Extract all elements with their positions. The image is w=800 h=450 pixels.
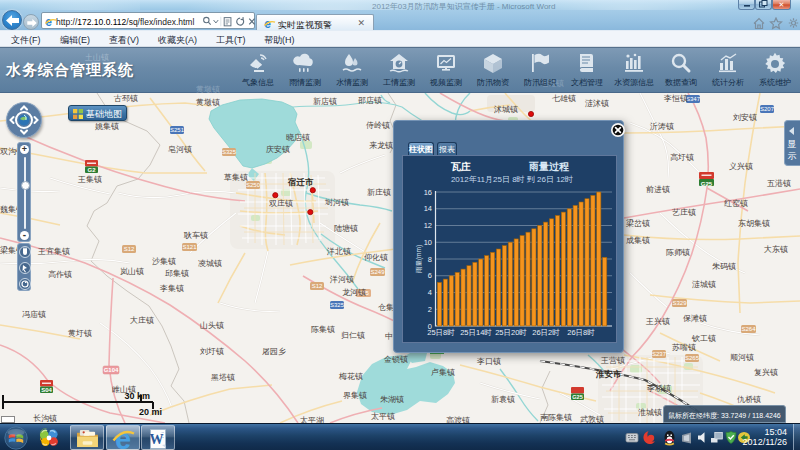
svg-text:W: W [150,432,164,447]
svg-text:S325: S325 [222,149,237,155]
svg-text:S251: S251 [170,127,185,133]
svg-text:12: 12 [424,221,432,230]
svg-text:6: 6 [428,271,432,280]
svg-text:S347: S347 [686,96,701,102]
svg-text:8: 8 [428,255,432,264]
svg-text:S12: S12 [124,246,135,252]
svg-text:雨量过程: 雨量过程 [529,161,569,172]
svg-text:S264: S264 [741,326,756,332]
svg-text:14: 14 [424,204,432,213]
svg-text:10: 10 [424,238,432,247]
svg-text:S329: S329 [672,300,687,306]
svg-text:S207: S207 [760,106,775,112]
svg-text:20 mi: 20 mi [139,407,162,417]
svg-text:26日2时: 26日2时 [532,328,560,337]
svg-text:显: 显 [787,139,797,149]
svg-text:26日8时: 26日8时 [567,328,595,337]
svg-text:示: 示 [788,151,797,161]
svg-text:16: 16 [424,188,432,197]
svg-text:S265: S265 [685,355,700,361]
svg-text:S12: S12 [312,283,323,289]
svg-text:S325: S325 [330,302,345,308]
svg-text:2: 2 [428,305,432,314]
svg-text:G2: G2 [87,167,96,173]
svg-text:25日20时: 25日20时 [495,328,527,337]
svg-text:G104: G104 [104,367,119,373]
svg-text:30 km: 30 km [124,391,150,401]
svg-text:S121: S121 [182,244,197,250]
svg-text:4: 4 [428,288,432,297]
svg-text:2012年11月25日 8时 到 26日 12时: 2012年11月25日 8时 到 26日 12时 [451,175,573,184]
svg-text:G25: G25 [701,181,713,187]
svg-text:S249: S249 [370,269,385,275]
svg-text:雨量(mm): 雨量(mm) [415,245,423,273]
svg-text:S237: S237 [652,351,667,357]
svg-text:25日14时: 25日14时 [460,328,492,337]
svg-text:S250: S250 [246,182,261,188]
svg-text:G25: G25 [572,394,582,400]
svg-text:e: e [115,427,131,450]
svg-text:25日8时: 25日8时 [427,328,455,337]
svg-text:瓦庄: 瓦庄 [450,161,471,172]
